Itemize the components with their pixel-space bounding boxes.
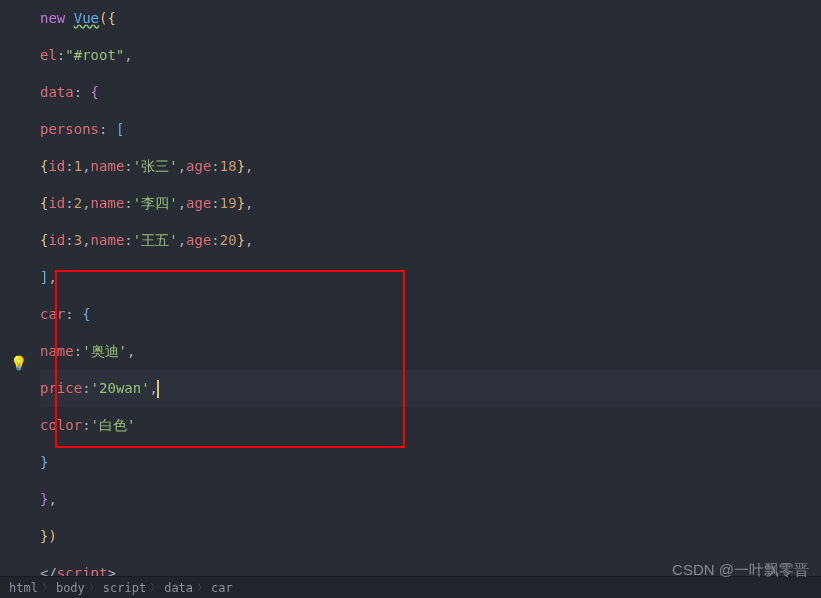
code-line-active[interactable]: price:'20wan', bbox=[40, 370, 821, 407]
property: color bbox=[40, 407, 82, 444]
number: 3 bbox=[74, 222, 82, 259]
code-editor[interactable]: new Vue({ el:"#root", data: { persons: [… bbox=[0, 0, 821, 592]
chevron-right-icon: 〉 bbox=[89, 581, 99, 595]
brace: { bbox=[91, 74, 99, 111]
property: data bbox=[40, 74, 74, 111]
property: age bbox=[186, 185, 211, 222]
code-line[interactable]: persons: [ bbox=[40, 111, 821, 148]
property: name bbox=[91, 148, 125, 185]
brace: { bbox=[40, 222, 48, 259]
code-line[interactable]: car: { bbox=[40, 296, 821, 333]
code-line[interactable]: }, bbox=[40, 481, 821, 518]
code-line[interactable]: color:'白色' bbox=[40, 407, 821, 444]
code-line[interactable]: }) bbox=[40, 518, 821, 555]
property: age bbox=[186, 222, 211, 259]
property: id bbox=[48, 148, 65, 185]
breadcrumb-item[interactable]: script bbox=[99, 581, 150, 595]
number: 19 bbox=[220, 185, 237, 222]
code-line[interactable]: new Vue({ bbox=[40, 0, 821, 37]
watermark-text: CSDN @一叶飘零晋 bbox=[672, 561, 809, 580]
lightbulb-icon[interactable]: 💡 bbox=[10, 355, 27, 371]
punctuation: ({ bbox=[99, 0, 116, 37]
string: "#root" bbox=[65, 37, 124, 74]
property: name bbox=[91, 185, 125, 222]
code-line[interactable]: name:'奥迪', bbox=[40, 333, 821, 370]
string: '20wan' bbox=[91, 370, 150, 407]
brace: { bbox=[40, 148, 48, 185]
punctuation: : bbox=[74, 74, 91, 111]
property: name bbox=[91, 222, 125, 259]
punctuation: : bbox=[57, 37, 65, 74]
property: id bbox=[48, 222, 65, 259]
number: 2 bbox=[74, 185, 82, 222]
breadcrumb-item[interactable]: car bbox=[207, 581, 237, 595]
property: name bbox=[40, 333, 74, 370]
chevron-right-icon: 〉 bbox=[197, 581, 207, 595]
string: '白色' bbox=[91, 407, 136, 444]
number: 18 bbox=[220, 148, 237, 185]
brace: } bbox=[40, 481, 48, 518]
brace: } bbox=[237, 148, 245, 185]
code-line[interactable]: {id:1,name:'张三',age:18}, bbox=[40, 148, 821, 185]
string: '王五' bbox=[133, 222, 178, 259]
breadcrumb-item[interactable]: html bbox=[5, 581, 42, 595]
property: price bbox=[40, 370, 82, 407]
code-line[interactable]: data: { bbox=[40, 74, 821, 111]
brace: } bbox=[237, 222, 245, 259]
punctuation: : bbox=[99, 111, 116, 148]
punctuation: , bbox=[124, 37, 132, 74]
chevron-right-icon: 〉 bbox=[150, 581, 160, 595]
code-line[interactable]: el:"#root", bbox=[40, 37, 821, 74]
number: 1 bbox=[74, 148, 82, 185]
class-name: Vue bbox=[74, 0, 99, 37]
editor-gutter: 💡 bbox=[0, 0, 35, 598]
property: id bbox=[48, 185, 65, 222]
property: persons bbox=[40, 111, 99, 148]
property: car bbox=[40, 296, 65, 333]
string: '张三' bbox=[133, 148, 178, 185]
brace: { bbox=[40, 185, 48, 222]
code-line[interactable]: } bbox=[40, 444, 821, 481]
code-line[interactable]: {id:3,name:'王五',age:20}, bbox=[40, 222, 821, 259]
brace: { bbox=[82, 296, 90, 333]
breadcrumb-item[interactable]: data bbox=[160, 581, 197, 595]
brace: }) bbox=[40, 518, 57, 555]
string: '奥迪' bbox=[82, 333, 127, 370]
brace: } bbox=[237, 185, 245, 222]
keyword: new bbox=[40, 0, 74, 37]
code-line[interactable]: ], bbox=[40, 259, 821, 296]
text-cursor bbox=[157, 380, 159, 398]
property: age bbox=[186, 148, 211, 185]
bracket: ] bbox=[40, 259, 48, 296]
bracket: [ bbox=[116, 111, 124, 148]
code-line[interactable]: {id:2,name:'李四',age:19}, bbox=[40, 185, 821, 222]
property: el bbox=[40, 37, 57, 74]
chevron-right-icon: 〉 bbox=[42, 581, 52, 595]
string: '李四' bbox=[133, 185, 178, 222]
brace: } bbox=[40, 444, 48, 481]
breadcrumb-item[interactable]: body bbox=[52, 581, 89, 595]
number: 20 bbox=[220, 222, 237, 259]
